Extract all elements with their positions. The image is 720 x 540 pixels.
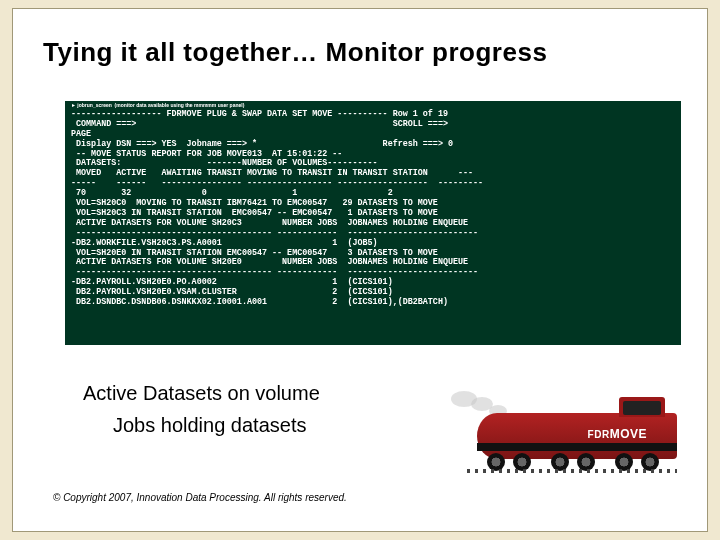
terminal-panel: ► jobrun_screen (monitor data available … <box>65 101 681 345</box>
copyright-text: © Copyright 2007, Innovation Data Proces… <box>53 492 347 503</box>
terminal-body: ------------------ FDRMOVE PLUG & SWAP D… <box>71 109 483 307</box>
caption-line-2: Jobs holding datasets <box>83 409 403 441</box>
train-illustration: FDRMOVE <box>467 383 677 473</box>
caption-block: Active Datasets on volume Jobs holding d… <box>83 377 403 441</box>
loco-stripe <box>477 443 677 451</box>
loco-window <box>623 401 661 415</box>
train-brand: FDRMOVE <box>588 427 647 441</box>
slide-title: Tying it all together… Monitor progress <box>43 37 547 68</box>
caption-line-1: Active Datasets on volume <box>83 377 403 409</box>
track-icon <box>467 469 677 473</box>
title-rule <box>43 79 677 81</box>
